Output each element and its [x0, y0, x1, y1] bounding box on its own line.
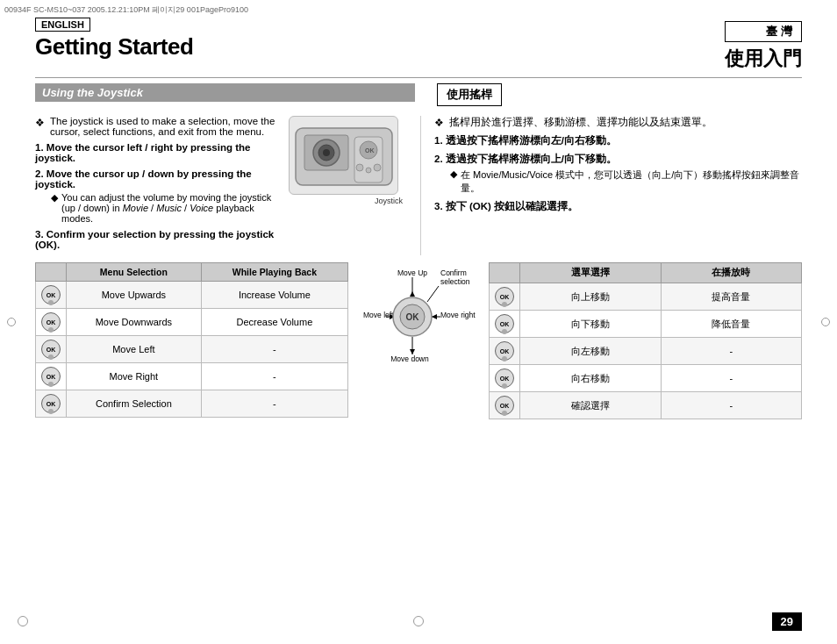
zh-item-3-text: 按下 (OK) 按鈕以確認選擇。 — [446, 201, 578, 211]
right-center-reg-mark — [821, 318, 830, 326]
right-th-icon — [490, 263, 520, 283]
zh-item-1-num: 1. — [434, 135, 446, 146]
move-left-label: Move left — [363, 311, 394, 319]
header-divider — [35, 77, 802, 78]
table-row: OK Move Right - — [36, 363, 348, 390]
action-cell: Move Upwards — [67, 282, 202, 309]
playing-cell: - — [201, 390, 347, 418]
zh-item-2-sub-text: 在 Movie/Music/Voice 模式中，您可以透過（向上/向下）移動搖桿… — [461, 168, 802, 195]
action-cell: Move Downwards — [67, 309, 202, 336]
zh-item-1-text: 透過按下搖桿將游標向左/向右移動。 — [446, 135, 617, 146]
zh-playing-cell: 提高音量 — [661, 283, 802, 311]
page-title-zh: 使用入門 — [725, 46, 802, 72]
right-th-playing: 在播放時 — [661, 263, 802, 283]
joystick-label: Joystick — [289, 197, 403, 205]
move-up-label: Move Up — [397, 268, 427, 277]
ok-icon-cell: OK — [36, 336, 67, 363]
bottom-section: Menu Selection While Playing Back OK Mov… — [35, 262, 802, 419]
zh-item-3-num: 3. — [434, 201, 446, 211]
zh-action-cell: 向下移動 — [520, 311, 662, 338]
page-title-en: Getting Started — [35, 33, 193, 61]
action-cell: Confirm Selection — [67, 390, 202, 418]
taiwan-badge: 臺 灣 — [725, 21, 802, 42]
intro-bullet: ❖ The joystick is used to make a selecti… — [35, 116, 282, 137]
action-cell: Move Right — [67, 363, 202, 390]
intro-text: The joystick is used to make a selection… — [50, 116, 282, 137]
ok-icon-cell: OK — [36, 309, 67, 336]
svg-line-13 — [427, 286, 439, 302]
ok-circle-zh: OK — [495, 396, 514, 415]
playing-cell: - — [201, 363, 347, 390]
ok-icon-cell-zh: OK — [490, 283, 520, 311]
ok-icon-cell-zh: OK — [490, 365, 520, 392]
top-corner-mark: 00934F SC-MS10~037 2005.12.21:10PM 페이지29… — [4, 4, 248, 16]
zh-item-2-sub: ◆ 在 Movie/Music/Voice 模式中，您可以透過（向上/向下）移動… — [450, 168, 802, 195]
item-1-en: 1. Move the cursor left / right by press… — [35, 142, 282, 163]
table-row: OK 向上移動 提高音量 — [490, 283, 802, 311]
joystick-diagram-svg: Move Up Confirm selection Move left Move… — [361, 267, 476, 368]
svg-point-4 — [323, 149, 330, 156]
zh-diamond-icon: ❖ — [434, 117, 444, 129]
right-th-menu: 選單選擇 — [520, 263, 662, 283]
table-row: OK 向左移動 - — [490, 338, 802, 365]
zh-playing-cell: - — [661, 365, 802, 392]
svg-point-10 — [374, 164, 381, 171]
english-badge: ENGLISH — [35, 18, 90, 32]
table-row: OK 確認選擇 - — [490, 392, 802, 419]
item-2-num: 2. — [35, 168, 46, 179]
english-text-col: ❖ The joystick is used to make a selecti… — [35, 116, 282, 255]
bottom-center-reg-mark — [413, 616, 424, 626]
svg-point-9 — [366, 168, 371, 173]
playing-cell: - — [201, 336, 347, 363]
move-right-label: Move right — [440, 311, 476, 319]
left-table: Menu Selection While Playing Back OK Mov… — [35, 262, 348, 418]
playing-cell: Increase Volume — [201, 282, 347, 309]
zh-intro-bullet: ❖ 搖桿用於進行選擇、移動游標、選擇功能以及結束選單。 — [434, 116, 802, 129]
action-cell: Move Left — [67, 336, 202, 363]
english-content: ❖ The joystick is used to make a selecti… — [35, 116, 420, 255]
table-row: OK 向右移動 - — [490, 365, 802, 392]
header-row: ENGLISH Getting Started 臺 灣 使用入門 — [35, 18, 802, 72]
left-th-icon — [36, 263, 67, 282]
table-row: OK 向下移動 降低音量 — [490, 311, 802, 338]
zh-sub-bullet-icon: ◆ — [450, 168, 457, 195]
confirm-label2: selection — [440, 277, 470, 286]
table-row: OK Move Upwards Increase Volume — [36, 282, 348, 309]
joystick-image-area: OK Joystick — [289, 116, 403, 255]
section-title-zh: 使用搖桿 — [437, 83, 502, 106]
camera-svg: OK — [291, 119, 397, 191]
page-container: 00934F SC-MS10~037 2005.12.21:10PM 페이지29… — [0, 0, 837, 644]
section-title-en: Using the Joystick — [35, 83, 415, 102]
zh-playing-cell: 降低音量 — [661, 311, 802, 338]
right-table: 選單選擇 在播放時 OK 向上移動 提高音量 OK — [489, 262, 802, 419]
item-1-text: Move the cursor left / right by pressing… — [35, 142, 250, 163]
table-row: OK Confirm Selection - — [36, 390, 348, 418]
zh-action-cell: 向右移動 — [520, 365, 662, 392]
ok-circle: OK — [41, 312, 61, 332]
zh-item-2-num: 2. — [434, 154, 446, 164]
bottom-left-reg-mark — [18, 616, 28, 626]
svg-text:OK: OK — [365, 147, 375, 154]
sub-bullet-icon: ◆ — [51, 192, 58, 224]
chinese-content: ❖ 搖桿用於進行選擇、移動游標、選擇功能以及結束選單。 1. 透過按下搖桿將游標… — [420, 116, 802, 255]
ok-circle: OK — [41, 285, 61, 304]
table-row: OK Move Downwards Decrease Volume — [36, 309, 348, 336]
zh-playing-cell: - — [661, 392, 802, 419]
ok-circle: OK — [41, 367, 61, 386]
zh-intro-text: 搖桿用於進行選擇、移動游標、選擇功能以及結束選單。 — [449, 116, 712, 129]
confirm-label: Confirm — [440, 268, 467, 277]
zh-item-2: 2. 透過按下搖桿將游標向上/向下移動。 ◆ 在 Movie/Music/Voi… — [434, 153, 802, 195]
page-number: 29 — [772, 612, 802, 631]
svg-marker-17 — [432, 314, 437, 319]
table-row: OK Move Left - — [36, 336, 348, 363]
svg-point-8 — [356, 164, 363, 171]
zh-item-1: 1. 透過按下搖桿將游標向左/向右移動。 — [434, 134, 802, 147]
joystick-diagram: Move Up Confirm selection Move left Move… — [357, 262, 480, 363]
left-th-playing: While Playing Back — [201, 263, 347, 282]
main-content: ❖ The joystick is used to make a selecti… — [35, 116, 802, 255]
diagram-container: Move Up Confirm selection Move left Move… — [361, 267, 476, 363]
move-down-label: Move down — [390, 354, 429, 363]
section-header-row: Using the Joystick 使用搖桿 — [35, 83, 802, 109]
ok-icon-cell: OK — [36, 390, 67, 418]
zh-item-2-text: 透過按下搖桿將游標向上/向下移動。 — [446, 154, 617, 164]
